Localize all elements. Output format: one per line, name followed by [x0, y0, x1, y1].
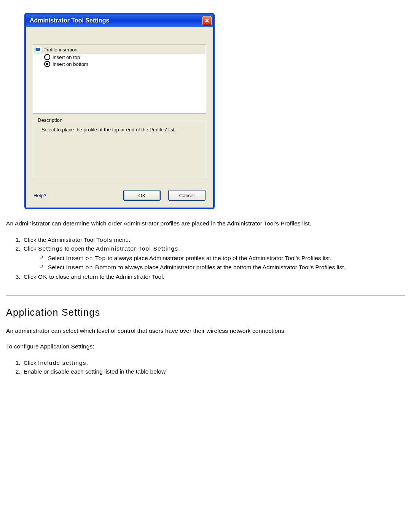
action-name: Include settings [38, 359, 86, 366]
text: Click [24, 245, 38, 252]
window-title: Administrator Tool Settings [30, 17, 202, 24]
tree-header[interactable]: Profile insertion [33, 45, 206, 54]
help-link[interactable]: Help? [33, 193, 116, 198]
paragraph: To configure Application Settings: [6, 343, 405, 351]
text: . [178, 245, 180, 252]
cancel-button[interactable]: Cancel [168, 190, 206, 201]
step-item: Enable or disable each setting listed in… [22, 367, 405, 376]
sub-item: Select Insert on Bottom to always place … [40, 263, 405, 272]
option-name: Insert on Bottom [66, 264, 116, 270]
group-title: Description [36, 117, 64, 123]
radio-selected-icon [44, 61, 50, 67]
ok-button[interactable]: OK [123, 190, 161, 201]
option-name: Insert on Top [66, 255, 106, 261]
text: menu. [112, 236, 130, 243]
sub-item: Select Insert on Top to always place Adm… [40, 254, 405, 262]
steps-list-1: Click the Administrator Tool Tools menu.… [6, 235, 405, 281]
text: . [86, 359, 88, 366]
action-name: Settings [38, 245, 63, 252]
text: to always place Administrator profiles a… [106, 255, 331, 261]
dialog-name: Administrator Tool Settings [96, 245, 178, 252]
text: Select [48, 264, 66, 270]
tree-header-label: Profile insertion [43, 47, 78, 53]
text: to close and return to the Administrator… [48, 273, 164, 280]
text: Click the Administrator Tool [24, 236, 96, 243]
steps-list-2: Click Include settings. Enable or disabl… [6, 358, 405, 376]
close-icon [205, 18, 209, 23]
text: to always place Administrator profiles a… [116, 264, 345, 270]
menu-name: Tools [96, 236, 112, 243]
description-text: Select to place the profile at the top o… [41, 126, 200, 134]
description-group: Description Select to place the profile … [33, 121, 206, 177]
button-name: OK [38, 273, 48, 280]
radio-option-bottom[interactable]: Insert on bottom [33, 61, 206, 67]
radio-label: Insert on bottom [53, 61, 88, 67]
list-icon [35, 47, 41, 52]
admin-tool-settings-dialog: Administrator Tool Settings Profile inse… [24, 13, 215, 209]
text: Select [48, 255, 66, 261]
button-row: Help? OK Cancel [33, 190, 206, 202]
intro-paragraph: An Administrator can determine which ord… [6, 220, 405, 228]
radio-icon [44, 54, 50, 60]
step-item: Click the Administrator Tool Tools menu. [22, 235, 405, 244]
substeps: Select Insert on Top to always place Adm… [24, 254, 405, 272]
titlebar[interactable]: Administrator Tool Settings [26, 14, 213, 27]
close-button[interactable] [202, 16, 212, 25]
text: Click [24, 273, 38, 280]
radio-label: Insert on top [53, 54, 80, 60]
options-list: Profile insertion Insert on top Insert o… [33, 45, 206, 114]
dialog-body: Profile insertion Insert on top Insert o… [26, 27, 213, 208]
section-divider [6, 295, 405, 296]
radio-option-top[interactable]: Insert on top [33, 54, 206, 61]
section-heading: Application Settings [6, 307, 405, 318]
step-item: Click Include settings. [22, 358, 405, 367]
text: Click [24, 359, 38, 366]
step-item: Click OK to close and return to the Admi… [22, 272, 405, 281]
step-item: Click Settings to open the Administrator… [22, 244, 405, 272]
paragraph: An administrator can select which level … [6, 327, 405, 335]
text: to open the [63, 245, 96, 252]
